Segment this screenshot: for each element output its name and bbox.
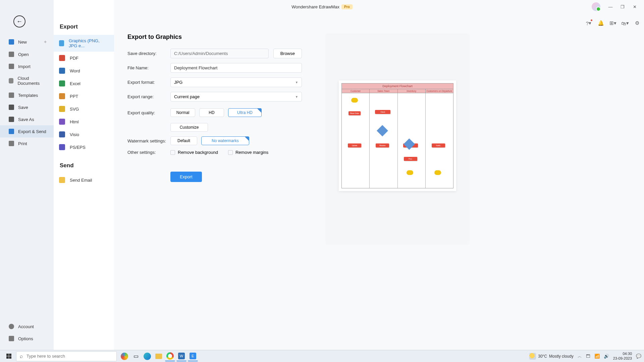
export-button[interactable]: Export xyxy=(170,172,202,182)
maximize-button[interactable]: ❐ xyxy=(617,2,628,11)
nav-save[interactable]: Save xyxy=(0,101,54,113)
nav-open[interactable]: Open xyxy=(0,48,54,60)
fmt-ps-eps[interactable]: PS/EPS xyxy=(54,141,114,154)
apps-icon[interactable]: ⊞▾ xyxy=(609,19,616,27)
format-select[interactable]: JPG ▼ xyxy=(170,77,302,87)
html-icon xyxy=(59,119,65,125)
visio-icon xyxy=(59,131,65,137)
explorer-icon[interactable] xyxy=(154,351,164,361)
notification-icon[interactable]: 🔔 xyxy=(597,19,604,27)
settings-icon[interactable]: ⚙ xyxy=(633,19,641,27)
tray-chevron-icon[interactable]: ︿ xyxy=(578,353,582,359)
ppt-icon xyxy=(59,93,65,99)
fmt-excel[interactable]: Excel xyxy=(54,77,114,90)
weather-temp: 30°C xyxy=(538,354,547,359)
back-button[interactable]: ← xyxy=(13,15,25,27)
nav-label: Templates xyxy=(18,93,38,98)
word-icon[interactable]: W xyxy=(176,351,186,361)
cortana-icon[interactable] xyxy=(119,351,129,361)
avatar[interactable] xyxy=(592,2,600,11)
tray-volume-icon[interactable]: 🔊 xyxy=(604,354,609,359)
help-icon[interactable]: ?▾ xyxy=(585,19,592,27)
taskbar-search[interactable]: ⌕ xyxy=(16,351,117,361)
tray-battery-icon[interactable]: 🗔 xyxy=(586,354,590,359)
cloud-icon xyxy=(9,78,13,83)
close-button[interactable]: ✕ xyxy=(629,2,640,11)
minimize-button[interactable]: — xyxy=(605,2,616,11)
watermark-none[interactable]: No watermarks xyxy=(201,136,249,145)
open-icon xyxy=(9,52,14,57)
remove-bg-checkbox[interactable]: Remove background xyxy=(170,150,218,155)
fmt-ppt[interactable]: PPT xyxy=(54,90,114,103)
fmt-label: Send Email xyxy=(70,178,92,183)
taskbar-weather[interactable]: 30°C Mostly cloudy xyxy=(529,353,574,360)
other-label: Other settings: xyxy=(127,150,170,155)
clock-time: 04:30 xyxy=(623,352,632,356)
fmt-graphics[interactable]: Graphics (PNG, JPG e... xyxy=(54,35,114,52)
edrawmax-icon[interactable]: E xyxy=(188,351,198,361)
nav-import[interactable]: Import xyxy=(0,60,54,72)
plus-icon[interactable]: ＋ xyxy=(43,39,48,45)
nav-new[interactable]: New ＋ xyxy=(0,36,54,48)
fmt-svg[interactable]: SVG xyxy=(54,103,114,115)
remove-margins-label: Remove margins xyxy=(235,150,268,155)
quality-normal[interactable]: Normal xyxy=(170,108,195,117)
email-icon xyxy=(59,177,65,183)
nav-save-as[interactable]: Save As xyxy=(0,113,54,125)
remove-bg-label: Remove background xyxy=(178,150,218,155)
tray-wifi-icon[interactable]: 📶 xyxy=(594,354,600,359)
save-dir-input[interactable] xyxy=(170,49,269,58)
lane-header: Sales Team xyxy=(370,89,397,93)
nav-templates[interactable]: Templates xyxy=(0,89,54,101)
nav-label: Save xyxy=(18,105,28,110)
fmt-label: Visio xyxy=(70,132,79,137)
range-label: Export range: xyxy=(127,94,170,99)
remove-margins-checkbox[interactable]: Remove margins xyxy=(228,150,268,155)
range-select[interactable]: Current page ▼ xyxy=(170,92,302,102)
nav-options[interactable]: Options xyxy=(0,333,54,345)
templates-icon xyxy=(9,93,14,98)
search-input[interactable] xyxy=(26,354,113,359)
nav-label: Open xyxy=(18,52,29,57)
customize-button[interactable]: Customize xyxy=(170,123,208,132)
weather-icon xyxy=(529,353,536,360)
pro-badge: Pro xyxy=(341,4,353,9)
new-icon xyxy=(9,39,14,45)
task-view-icon[interactable]: ▭ xyxy=(131,351,141,361)
chrome-icon[interactable] xyxy=(165,351,175,361)
fmt-visio[interactable]: Visio xyxy=(54,128,114,141)
word-icon xyxy=(59,68,65,74)
nav-export-send[interactable]: Export & Send xyxy=(0,125,54,137)
save-dir-label: Save directory: xyxy=(127,51,170,56)
nav-label: Options xyxy=(18,336,33,341)
fmt-label: Graphics (PNG, JPG e... xyxy=(69,38,109,48)
watermark-default[interactable]: Default xyxy=(170,136,197,145)
pdf-icon xyxy=(59,55,65,61)
fmt-label: PPT xyxy=(70,94,78,99)
fmt-label: PDF xyxy=(70,56,78,61)
taskbar-clock[interactable]: 04:30 23-09-2023 xyxy=(613,352,632,360)
quality-hd[interactable]: HD xyxy=(199,108,224,117)
chevron-down-icon: ▼ xyxy=(295,81,298,84)
send-heading: Send xyxy=(54,162,114,174)
start-button[interactable] xyxy=(3,351,15,361)
nav-cloud-documents[interactable]: Cloud Documents xyxy=(0,72,54,89)
send-email[interactable]: Send Email xyxy=(54,174,114,186)
fmt-html[interactable]: Html xyxy=(54,115,114,128)
options-icon xyxy=(9,336,14,341)
fmt-pdf[interactable]: PDF xyxy=(54,52,114,64)
nav-print[interactable]: Print xyxy=(0,137,54,149)
tray-notifications-icon[interactable]: 💬 xyxy=(636,354,641,359)
fmt-label: Excel xyxy=(70,81,80,86)
checkbox-icon xyxy=(228,150,233,155)
ps-icon xyxy=(59,144,65,150)
fmt-word[interactable]: Word xyxy=(54,64,114,77)
nav-label: Print xyxy=(18,141,27,146)
store-icon[interactable]: 🛍▾ xyxy=(621,19,629,27)
file-name-input[interactable] xyxy=(170,63,302,73)
edge-icon[interactable] xyxy=(142,351,152,361)
browse-button[interactable]: Browse xyxy=(273,49,302,58)
preview-image: Deployment Flowchart Customer Sales Team… xyxy=(339,80,456,191)
quality-ultra-hd[interactable]: Ultra HD xyxy=(228,108,262,117)
nav-account[interactable]: Account xyxy=(0,320,54,333)
